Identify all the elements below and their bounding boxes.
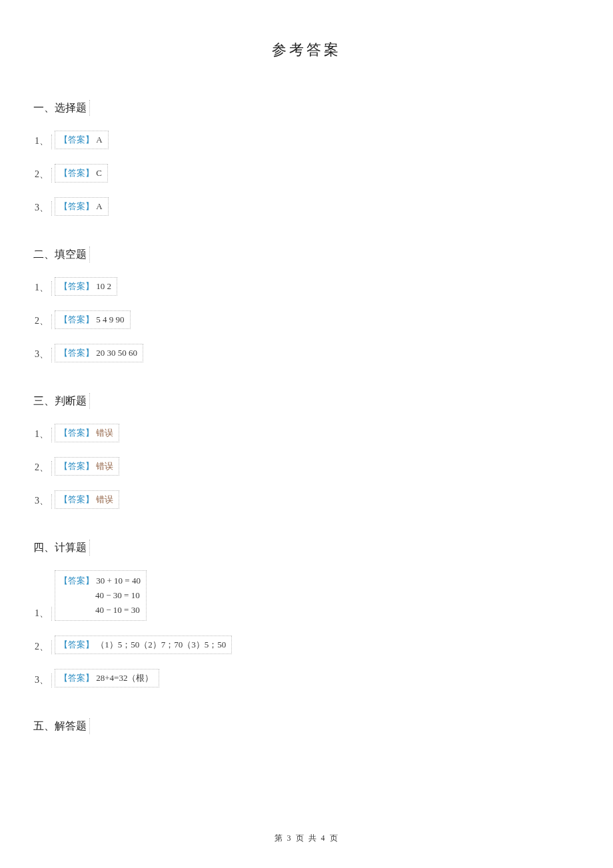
answer-value: （1）5；50（2）7；70（3）5；50	[96, 640, 226, 650]
item-number: 3、	[33, 673, 52, 688]
answer-label: 【答案】	[59, 576, 94, 586]
answer-value: 20 30 50 60	[96, 348, 137, 358]
answer-box: 【答案】 错误	[55, 424, 119, 442]
section-1-header: 一、选择题	[33, 100, 90, 116]
answer-box: 【答案】 5 4 9 90	[55, 310, 131, 329]
item-number: 1、	[33, 607, 52, 622]
answer-label: 【答案】	[59, 494, 94, 504]
page-footer: 第 3 页 共 4 页	[0, 833, 613, 844]
answer-label: 【答案】	[59, 281, 94, 291]
item-number: 1、	[33, 428, 52, 442]
answer-box: 【答案】 （1）5；50（2）7；70（3）5；50	[55, 636, 232, 654]
s4-item-3: 3、 【答案】 28+4=32（根）	[33, 669, 580, 687]
answer-box: 【答案】 30 + 10 = 40 40 − 30 = 10 40 − 10 =…	[55, 570, 147, 621]
s3-item-2: 2、 【答案】 错误	[33, 457, 580, 476]
answer-label: 【答案】	[59, 428, 94, 438]
answer-label: 【答案】	[59, 168, 94, 178]
answer-label: 【答案】	[59, 135, 94, 145]
s1-item-2: 2、 【答案】 C	[33, 164, 580, 183]
answer-value: 28+4=32（根）	[96, 673, 153, 683]
item-number: 2、	[33, 640, 52, 655]
item-number: 2、	[33, 168, 52, 183]
answer-value: 错误	[96, 428, 113, 438]
answer-box: 【答案】 20 30 50 60	[55, 344, 143, 362]
item-number: 3、	[33, 348, 52, 362]
item-number: 1、	[33, 281, 52, 296]
answer-value: 5 4 9 90	[96, 314, 124, 324]
answer-box: 【答案】 10 2	[55, 277, 117, 296]
answer-value: 错误	[96, 494, 113, 504]
answer-box: 【答案】 A	[55, 131, 109, 149]
answer-value: A	[96, 135, 102, 145]
answer-value-line3: 40 − 10 = 30	[59, 603, 141, 618]
answer-value-line2: 40 − 30 = 10	[59, 588, 141, 603]
section-4-header: 四、计算题	[33, 540, 90, 556]
page-title: 参考答案	[33, 40, 580, 60]
answer-box: 【答案】 28+4=32（根）	[55, 669, 159, 687]
answer-box: 【答案】 A	[55, 197, 109, 216]
answer-label: 【答案】	[59, 201, 94, 211]
s2-item-1: 1、 【答案】 10 2	[33, 277, 580, 296]
section-5-header: 五、解答题	[33, 718, 90, 734]
answer-label: 【答案】	[59, 348, 94, 358]
item-number: 2、	[33, 461, 52, 476]
answer-box: 【答案】 错误	[55, 490, 119, 509]
answer-label: 【答案】	[59, 640, 94, 650]
item-number: 3、	[33, 201, 52, 216]
s3-item-3: 3、 【答案】 错误	[33, 490, 580, 509]
s2-item-3: 3、 【答案】 20 30 50 60	[33, 344, 580, 362]
answer-value: 错误	[96, 461, 113, 471]
answer-value: C	[96, 168, 102, 178]
answer-label: 【答案】	[59, 314, 94, 324]
item-number: 1、	[33, 135, 52, 149]
s2-item-2: 2、 【答案】 5 4 9 90	[33, 310, 580, 329]
s4-item-1: 1、 【答案】 30 + 10 = 40 40 − 30 = 10 40 − 1…	[33, 570, 580, 621]
answer-label: 【答案】	[59, 461, 94, 471]
answer-label: 【答案】	[59, 673, 94, 683]
s4-item-2: 2、 【答案】 （1）5；50（2）7；70（3）5；50	[33, 636, 580, 654]
answer-box: 【答案】 错误	[55, 457, 119, 476]
answer-box: 【答案】 C	[55, 164, 108, 183]
item-number: 2、	[33, 314, 52, 329]
answer-value: A	[96, 201, 102, 211]
s1-item-3: 3、 【答案】 A	[33, 197, 580, 216]
s1-item-1: 1、 【答案】 A	[33, 131, 580, 149]
s3-item-1: 1、 【答案】 错误	[33, 424, 580, 442]
item-number: 3、	[33, 494, 52, 509]
answer-value: 10 2	[96, 281, 111, 291]
answer-value-line1: 30 + 10 = 40	[96, 576, 141, 586]
section-2-header: 二、填空题	[33, 246, 90, 262]
section-3-header: 三、判断题	[33, 393, 90, 409]
